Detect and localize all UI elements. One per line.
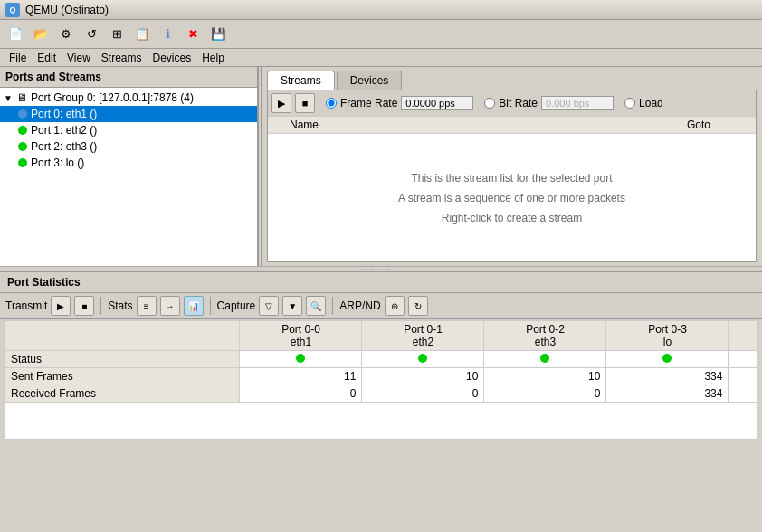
stat-sent-0: 11 bbox=[240, 368, 362, 385]
stats-toolbar: Transmit ▶ ■ Stats ≡ → 📊 Capture ▽ ▼ 🔍 A… bbox=[0, 293, 762, 319]
new-button[interactable]: 📄 bbox=[4, 23, 27, 46]
port-label-2: Port 2: eth3 () bbox=[31, 140, 97, 153]
capture-label: Capture bbox=[217, 299, 256, 312]
port-label-3: Port 3: lo () bbox=[31, 157, 84, 169]
col-header-extra bbox=[729, 321, 757, 351]
arpnd-resolve-button[interactable]: ↻ bbox=[408, 296, 428, 316]
app-title: QEMU (Ostinato) bbox=[25, 4, 109, 16]
menu-edit[interactable]: Edit bbox=[32, 51, 62, 65]
stat-label-sent: Sent Frames bbox=[5, 368, 240, 385]
stat-label-received: Received Frames bbox=[5, 385, 240, 403]
stat-sent-1: 10 bbox=[362, 368, 484, 385]
refresh-button[interactable]: ↺ bbox=[80, 23, 103, 46]
capture-stop-button[interactable]: ▼ bbox=[282, 296, 302, 316]
table-row-received: Received Frames 0 0 0 334 bbox=[5, 385, 757, 403]
arpnd-send-button[interactable]: ⊕ bbox=[385, 296, 405, 316]
tab-devices[interactable]: Devices bbox=[337, 71, 403, 90]
stats-header: Port Statistics bbox=[0, 272, 762, 293]
windows-button[interactable]: ⊞ bbox=[105, 23, 129, 46]
port-item-2[interactable]: Port 2: eth3 () bbox=[0, 138, 257, 155]
stat-sent-3: 334 bbox=[606, 368, 729, 385]
stats-list-button[interactable]: ≡ bbox=[137, 296, 157, 316]
stat-sent-2: 10 bbox=[484, 368, 606, 385]
stat-status-0 bbox=[240, 351, 362, 368]
stat-status-2 bbox=[484, 351, 606, 368]
toolbar: 📄 📂 ⚙ ↺ ⊞ 📋 ℹ ✖ 💾 bbox=[0, 20, 762, 49]
stat-recv-3: 334 bbox=[606, 385, 729, 403]
info-button[interactable]: ℹ bbox=[156, 23, 179, 46]
stat-label-status: Status bbox=[5, 351, 240, 368]
stat-recv-2: 0 bbox=[484, 385, 606, 403]
menubar: File Edit View Streams Devices Help bbox=[0, 49, 762, 67]
col-header-port3: Port 0-3 lo bbox=[606, 321, 729, 351]
group-label: Port Group 0: [127.0.0.1]:7878 (4) bbox=[31, 91, 194, 104]
port-item-3[interactable]: Port 3: lo () bbox=[0, 155, 257, 171]
bit-rate-label: Bit Rate bbox=[499, 97, 538, 109]
main-layout: Ports and Streams ▼ 🖥 Port Group 0: [127… bbox=[0, 67, 762, 532]
sep-1 bbox=[100, 297, 101, 315]
menu-view[interactable]: View bbox=[62, 51, 96, 65]
empty-line-3: Right-click to create a stream bbox=[442, 212, 582, 224]
title-bar: Q QEMU (Ostinato) bbox=[0, 0, 762, 20]
tab-streams[interactable]: Streams bbox=[267, 71, 335, 90]
right-panel: Streams Devices ▶ ■ Frame Rate Bit bbox=[262, 67, 762, 266]
sep-3 bbox=[332, 297, 333, 315]
col-header-name: Name bbox=[286, 119, 683, 131]
table-row-sent: Sent Frames 11 10 10 334 bbox=[5, 368, 757, 385]
stat-status-3 bbox=[606, 351, 729, 368]
stream-play-button[interactable]: ▶ bbox=[271, 93, 291, 113]
settings-button[interactable]: ⚙ bbox=[54, 23, 78, 46]
bit-rate-input[interactable] bbox=[541, 96, 614, 110]
transmit-play-button[interactable]: ▶ bbox=[51, 296, 71, 316]
group-icon: 🖥 bbox=[16, 91, 27, 104]
col-header-port0: Port 0-0 eth1 bbox=[240, 321, 362, 351]
stats-export-button[interactable]: → bbox=[160, 296, 180, 316]
transmit-stop-button[interactable]: ■ bbox=[74, 296, 94, 316]
port-item-1[interactable]: Port 1: eth2 () bbox=[0, 122, 257, 138]
stats-panel: Port Statistics Transmit ▶ ■ Stats ≡ → 📊… bbox=[0, 271, 762, 443]
stats-label: Stats bbox=[108, 299, 132, 312]
col-header-label bbox=[5, 321, 240, 351]
capture-start-button[interactable]: ▽ bbox=[259, 296, 279, 316]
ports-tree[interactable]: ▼ 🖥 Port Group 0: [127.0.0.1]:7878 (4) P… bbox=[0, 88, 257, 266]
menu-help[interactable]: Help bbox=[196, 51, 230, 65]
group-arrow[interactable]: ▼ bbox=[4, 93, 13, 103]
stat-status-extra bbox=[729, 351, 757, 368]
bit-rate-radio[interactable] bbox=[484, 98, 495, 109]
col-header-port1: Port 0-1 eth2 bbox=[362, 321, 484, 351]
ports-panel-header: Ports and Streams bbox=[0, 67, 257, 88]
load-radio[interactable] bbox=[624, 98, 635, 109]
open-button[interactable]: 📂 bbox=[29, 23, 52, 46]
save-button[interactable]: 💾 bbox=[206, 23, 230, 46]
app-icon: Q bbox=[5, 3, 20, 17]
port-status-1 bbox=[18, 126, 27, 135]
arpnd-label: ARP/ND bbox=[339, 299, 380, 312]
frame-rate-radio[interactable] bbox=[326, 98, 337, 109]
menu-devices[interactable]: Devices bbox=[148, 51, 197, 65]
empty-line-2: A stream is a sequence of one or more pa… bbox=[398, 192, 625, 204]
port-group[interactable]: ▼ 🖥 Port Group 0: [127.0.0.1]:7878 (4) bbox=[0, 90, 257, 106]
frame-rate-input[interactable] bbox=[401, 96, 473, 110]
port-label-0: Port 0: eth1 () bbox=[31, 108, 97, 120]
frame-rate-label: Frame Rate bbox=[340, 97, 397, 109]
menu-file[interactable]: File bbox=[4, 51, 32, 65]
stats-view-button[interactable]: 📊 bbox=[184, 296, 204, 316]
sep-2 bbox=[210, 297, 211, 315]
frame-rate-group: Frame Rate bbox=[326, 96, 473, 110]
port-item-0[interactable]: Port 0: eth1 () bbox=[0, 106, 257, 122]
port-label-1: Port 1: eth2 () bbox=[31, 124, 97, 137]
col-header-check bbox=[268, 119, 286, 131]
stat-status-1 bbox=[362, 351, 484, 368]
load-group: Load bbox=[624, 97, 663, 109]
stop-button[interactable]: ✖ bbox=[181, 23, 205, 46]
col-header-port2: Port 0-2 eth3 bbox=[484, 321, 606, 351]
stat-recv-0: 0 bbox=[240, 385, 362, 403]
file-button[interactable]: 📋 bbox=[130, 23, 154, 46]
stream-stop-button[interactable]: ■ bbox=[295, 93, 315, 113]
menu-streams[interactable]: Streams bbox=[96, 51, 148, 65]
stream-empty-area[interactable]: This is the stream list for the selected… bbox=[268, 134, 756, 261]
stat-recv-extra bbox=[729, 385, 757, 403]
capture-view-button[interactable]: 🔍 bbox=[306, 296, 326, 316]
bit-rate-group: Bit Rate bbox=[484, 96, 614, 110]
col-header-goto: Goto bbox=[683, 119, 756, 131]
